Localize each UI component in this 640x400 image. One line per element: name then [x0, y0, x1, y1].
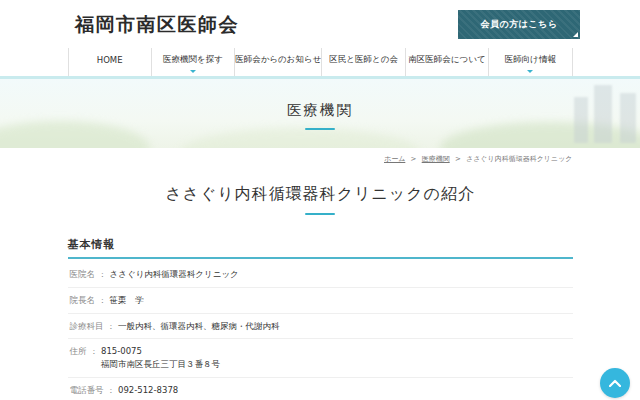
info-colon: ：: [98, 268, 107, 281]
info-label: 診療科目: [70, 320, 104, 333]
page-title-underline: [305, 213, 335, 215]
basic-info-table: 医院名 ： ささぐり内科循環器科クリニック 院長名 ： 笹栗 学 診療科目 ： …: [68, 262, 573, 400]
hero-banner: 医療機関: [0, 79, 640, 148]
breadcrumb-separator: >: [411, 155, 417, 163]
breadcrumb-link-home[interactable]: ホーム: [384, 155, 405, 163]
table-row-director-name: 院長名 ： 笹栗 学: [68, 288, 573, 314]
info-colon: ：: [107, 320, 116, 333]
info-value: 一般内科、循環器内科、糖尿病・代謝内科: [118, 320, 280, 333]
section-heading-basic-info: 基本情報: [68, 237, 573, 252]
nav-item-doctor-info[interactable]: 医師向け情報: [488, 48, 572, 76]
hero-trees-decoration: [0, 121, 150, 148]
table-row-address: 住所 ： 815-0075 福岡市南区長丘三丁目３番８号: [68, 339, 573, 378]
nav-item-label: HOME: [97, 55, 123, 65]
info-label: 院長名: [70, 294, 96, 307]
corner-arrow-icon: [573, 32, 578, 37]
nav-item-label: 医師会からのお知らせ: [235, 54, 321, 66]
table-row-clinic-name: 医院名 ： ささぐり内科循環器科クリニック: [68, 262, 573, 288]
table-row-departments: 診療科目 ： 一般内科、循環器内科、糖尿病・代謝内科: [68, 314, 573, 340]
nav-item-about[interactable]: 南区医師会について: [405, 48, 488, 76]
info-value: 笹栗 学: [110, 294, 144, 307]
chevron-down-icon: [527, 70, 533, 73]
breadcrumb-current: ささぐり内科循環器科クリニック: [466, 155, 572, 163]
info-label: 医院名: [70, 268, 96, 281]
nav-item-label: 南区医師会について: [408, 54, 485, 66]
info-value-street-address: 福岡市南区長丘三丁目３番８号: [101, 358, 220, 371]
nav-item-label: 医療機関を探す: [163, 54, 223, 66]
main-nav: HOME 医療機関を探す 医師会からのお知らせ 区民と医師との会 南区医師会につ…: [0, 48, 640, 76]
table-row-phone: 電話番号 ： 092-512-8378: [68, 378, 573, 400]
info-colon: ：: [107, 384, 116, 397]
chevron-up-icon: [609, 379, 621, 387]
chevron-down-icon: [190, 70, 196, 73]
nav-item-news[interactable]: 医師会からのお知らせ: [234, 48, 321, 76]
info-colon: ：: [90, 345, 99, 358]
hero-title: 医療機関: [0, 101, 640, 120]
site-title: 福岡市南区医師会: [75, 12, 239, 38]
hero-trees-decoration: [180, 128, 420, 148]
page-title: ささぐり内科循環器科クリニックの紹介: [68, 184, 573, 205]
info-label: 住所: [70, 345, 87, 358]
breadcrumb-link-medical-institutions[interactable]: 医療機関: [422, 155, 450, 163]
hero-title-underline: [305, 128, 335, 130]
info-value: 092-512-8378: [118, 384, 178, 397]
nav-item-label: 医師向け情報: [505, 54, 556, 66]
member-login-button-label: 会員の方はこちら: [480, 18, 557, 31]
nav-item-home[interactable]: HOME: [68, 48, 151, 76]
breadcrumb-separator: >: [455, 155, 461, 163]
info-value-postal-code: 815-0075: [101, 345, 220, 358]
member-login-button[interactable]: 会員の方はこちら: [458, 10, 580, 39]
breadcrumb: ホーム > 医療機関 > ささぐり内科循環器科クリニック: [68, 154, 573, 164]
info-value: ささぐり内科循環器科クリニック: [110, 268, 239, 281]
nav-item-residents[interactable]: 区民と医師との会: [321, 48, 404, 76]
info-label: 電話番号: [70, 384, 104, 397]
info-colon: ：: [98, 294, 107, 307]
section-heading-rule: [68, 257, 573, 259]
nav-item-label: 区民と医師との会: [329, 54, 398, 66]
scroll-to-top-button[interactable]: [600, 368, 630, 398]
main-content: ホーム > 医療機関 > ささぐり内科循環器科クリニック ささぐり内科循環器科ク…: [68, 154, 573, 400]
nav-item-find-clinic[interactable]: 医療機関を探す: [151, 48, 234, 76]
header: 福岡市南区医師会 会員の方はこちら: [0, 0, 640, 48]
